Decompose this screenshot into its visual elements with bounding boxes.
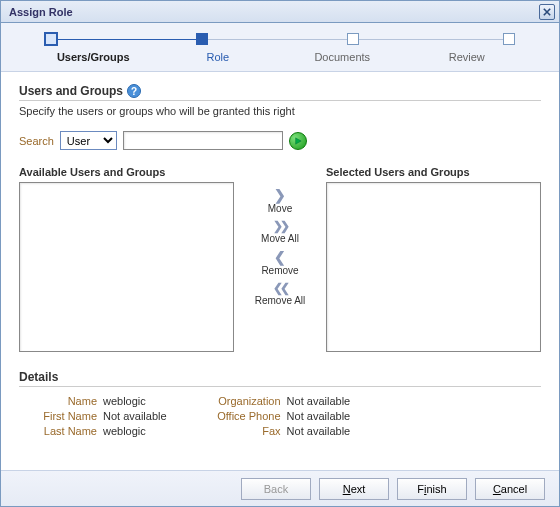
detail-value: weblogic [103, 395, 146, 407]
step-documents[interactable]: Documents [280, 51, 405, 63]
detail-value: Not available [287, 395, 351, 407]
detail-key: First Name [23, 410, 103, 422]
detail-officephone: Office PhoneNot available [207, 410, 351, 422]
move-label: Move [268, 203, 292, 214]
detail-key: Organization [207, 395, 287, 407]
detail-firstname: First NameNot available [23, 410, 167, 422]
step-role[interactable]: Role [156, 51, 281, 63]
chevron-double-left-icon: ❮❮ [273, 282, 287, 294]
available-list[interactable] [19, 182, 234, 352]
detail-organization: OrganizationNot available [207, 395, 351, 407]
search-label: Search [19, 135, 54, 147]
step-dot-2 [196, 33, 208, 45]
cancel-button[interactable]: Cancel [475, 478, 545, 500]
details-col-right: OrganizationNot available Office PhoneNo… [207, 395, 351, 440]
step-labels: Users/Groups Role Documents Review [31, 51, 529, 63]
details-col-left: Nameweblogic First NameNot available Las… [23, 395, 167, 440]
search-go-button[interactable] [289, 132, 307, 150]
dialog-title: Assign Role [5, 6, 73, 18]
back-label: Back [264, 483, 288, 495]
detail-key: Last Name [23, 425, 103, 437]
detail-lastname: Last Nameweblogic [23, 425, 167, 437]
titlebar: Assign Role [1, 1, 559, 23]
wizard-steps: Users/Groups Role Documents Review [1, 23, 559, 72]
details-title: Details [19, 370, 541, 384]
step-users-groups[interactable]: Users/Groups [31, 51, 156, 63]
finish-button[interactable]: Finish [397, 478, 467, 500]
details-grid: Nameweblogic First NameNot available Las… [19, 391, 541, 440]
step-dot-1 [44, 32, 58, 46]
detail-name: Nameweblogic [23, 395, 167, 407]
chevron-right-icon: ❯ [274, 188, 286, 202]
move-all-label: Move All [261, 233, 299, 244]
detail-key: Office Phone [207, 410, 287, 422]
remove-all-label: Remove All [255, 295, 306, 306]
lists-row: Available Users and Groups ❯ Move ❯❯ Mov… [19, 166, 541, 352]
section-title: Users and Groups [19, 84, 123, 98]
steps-track [51, 33, 509, 47]
detail-value: Not available [287, 410, 351, 422]
chevron-left-icon: ❮ [274, 250, 286, 264]
section-desc: Specify the users or groups who will be … [19, 105, 541, 117]
details-divider [19, 386, 541, 387]
back-button: Back [241, 478, 311, 500]
play-icon [294, 137, 302, 145]
available-title: Available Users and Groups [19, 166, 234, 178]
search-input[interactable] [123, 131, 283, 150]
details-section: Details Nameweblogic First NameNot avail… [19, 370, 541, 440]
selected-col: Selected Users and Groups [326, 166, 541, 352]
help-icon[interactable]: ? [127, 84, 141, 98]
detail-value: weblogic [103, 425, 146, 437]
detail-value: Not available [103, 410, 167, 422]
selected-title: Selected Users and Groups [326, 166, 541, 178]
available-col: Available Users and Groups [19, 166, 234, 352]
chevron-double-right-icon: ❯❯ [273, 220, 287, 232]
detail-fax: FaxNot available [207, 425, 351, 437]
divider [19, 100, 541, 101]
remove-all-button[interactable]: ❮❮ Remove All [255, 282, 306, 306]
footer: Back Next Finish Cancel [1, 470, 559, 506]
move-controls: ❯ Move ❯❯ Move All ❮ Remove ❮❮ Remove Al… [244, 166, 316, 306]
move-button[interactable]: ❯ Move [268, 188, 292, 214]
detail-value: Not available [287, 425, 351, 437]
search-row: Search User Group [19, 131, 541, 150]
section-header: Users and Groups ? [19, 84, 541, 98]
search-type-select[interactable]: User Group [60, 131, 117, 150]
move-all-button[interactable]: ❯❯ Move All [261, 220, 299, 244]
close-icon [543, 8, 551, 16]
selected-list[interactable] [326, 182, 541, 352]
step-review[interactable]: Review [405, 51, 530, 63]
detail-key: Fax [207, 425, 287, 437]
step-dot-3 [347, 33, 359, 45]
step-dot-4 [503, 33, 515, 45]
detail-key: Name [23, 395, 103, 407]
remove-button[interactable]: ❮ Remove [261, 250, 298, 276]
next-button[interactable]: Next [319, 478, 389, 500]
steps-line-done [51, 39, 202, 40]
dialog: Assign Role Users/Groups Role Documents … [0, 0, 560, 507]
remove-label: Remove [261, 265, 298, 276]
close-button[interactable] [539, 4, 555, 20]
content: Users and Groups ? Specify the users or … [1, 72, 559, 452]
